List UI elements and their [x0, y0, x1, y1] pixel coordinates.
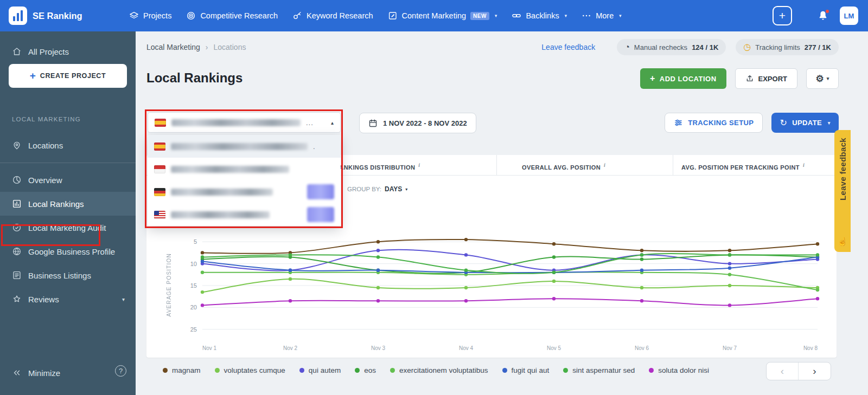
legend-label: qui autem — [309, 366, 341, 374]
legend-item[interactable]: fugit qui aut — [502, 366, 550, 374]
legend-dot-icon — [649, 368, 654, 373]
nav-label: Keyword Research — [307, 11, 373, 20]
svg-text:20: 20 — [190, 304, 197, 310]
info-icon: i — [803, 162, 805, 168]
svg-text:Nov 6: Nov 6 — [635, 345, 649, 351]
quick-add-button[interactable]: + — [773, 6, 792, 25]
leave-feedback-tab[interactable]: Leave feedback ☝ — [834, 130, 851, 252]
star-icon — [12, 294, 22, 304]
sidebar-section-title: LOCAL MARKETING — [12, 116, 81, 122]
gauge-icon — [12, 175, 22, 185]
usa-flag-icon — [154, 211, 165, 219]
nav-content-marketing[interactable]: Content Marketing NEW ▾ — [388, 11, 497, 21]
blurred-count-badge — [307, 207, 334, 222]
legend-item[interactable]: voluptates cumque — [215, 366, 285, 374]
controls-right: TRACKING SETUP ↻ UPDATE ▾ — [665, 113, 839, 133]
sidebar-item-all-projects[interactable]: All Projects — [0, 42, 136, 61]
date-range-picker[interactable]: 1 NOV 2022 - 8 NOV 2022 — [359, 113, 476, 133]
tab-avg-position-per-tracking-point[interactable]: AVG. POSITION PER TRACKING POINTi — [681, 155, 805, 176]
export-icon — [745, 74, 754, 83]
export-button[interactable]: EXPORT — [735, 68, 797, 89]
legend-label: sint aspernatur sed — [572, 366, 635, 374]
chevron-down-icon: ▾ — [827, 76, 829, 81]
sidebar-item-locations[interactable]: Locations — [0, 135, 136, 155]
ellipsis-icon — [582, 11, 591, 21]
group-by-value: DAYS — [385, 185, 402, 193]
sidebar-item-business-listings[interactable]: Business Listings — [0, 263, 136, 287]
blurred-count-badge — [307, 184, 334, 199]
legend-label: fugit qui aut — [512, 366, 550, 374]
location-option[interactable] — [148, 180, 341, 203]
pencil-square-icon — [388, 11, 398, 21]
globe-icon — [12, 247, 22, 256]
collapse-icon — [12, 368, 22, 378]
legend-dot-icon — [215, 368, 220, 373]
breadcrumb-item[interactable]: Locations — [214, 43, 246, 51]
group-by-control[interactable]: GROUP BY: DAYS ▾ — [347, 185, 407, 193]
add-location-button[interactable]: + ADD LOCATION — [640, 68, 726, 89]
brand-name: SE Ranking — [33, 11, 82, 21]
location-option[interactable] — [148, 203, 341, 226]
bell-icon — [817, 14, 829, 23]
sidebar-item-local-marketing-audit[interactable]: Local Marketing Audit — [0, 216, 136, 239]
notifications-button[interactable] — [817, 10, 829, 22]
location-option[interactable]: . — [148, 135, 341, 158]
tab-divider — [673, 155, 673, 176]
main-nav: Projects Competitive Research Keyword Re… — [129, 0, 622, 31]
create-project-label: CREATE PROJECT — [40, 72, 106, 80]
nav-label: Backlinks — [526, 11, 559, 20]
pager-next-button[interactable]: › — [799, 362, 831, 380]
new-badge: NEW — [470, 12, 489, 20]
tracking-limits-badge: ◷ Tracking limits 277 / 1K — [736, 39, 839, 55]
location-option[interactable] — [148, 158, 341, 180]
title-actions: + ADD LOCATION EXPORT ⚙ ▾ — [640, 68, 839, 89]
sidebar-item-label: Overview — [28, 176, 62, 185]
leave-feedback-link[interactable]: Leave feedback — [541, 43, 595, 51]
sidebar-item-overview[interactable]: Overview — [0, 168, 136, 192]
nav-label: Competitive Research — [200, 11, 278, 20]
link-icon — [512, 11, 521, 21]
legend-item[interactable]: soluta dolor nisi — [649, 366, 709, 374]
tab-rankings-distribution[interactable]: RANKINGS DISTRIBUTIONi — [335, 155, 420, 176]
page-title: Local Rankings — [146, 70, 242, 86]
chevron-down-icon: ▾ — [495, 13, 497, 18]
tab-overall-avg-position[interactable]: OVERALL AVG. POSITIONi — [522, 155, 605, 176]
sidebar-item-google-business-profile[interactable]: Google Business Profile — [0, 239, 136, 263]
svg-text:Nov 5: Nov 5 — [547, 345, 561, 351]
tracking-setup-button[interactable]: TRACKING SETUP — [665, 113, 763, 133]
breadcrumb-item[interactable]: Local Marketing — [146, 43, 200, 51]
plus-icon: + — [650, 74, 655, 83]
nav-keyword-research[interactable]: Keyword Research — [292, 11, 373, 21]
legend-item[interactable]: eos — [355, 366, 376, 374]
notification-dot — [825, 9, 829, 14]
legend-item[interactable]: sint aspernatur sed — [563, 366, 635, 374]
sidebar-item-local-rankings[interactable]: Local Rankings — [0, 192, 136, 216]
nav-projects[interactable]: Projects — [129, 11, 171, 21]
legend-pager: ‹ › — [766, 362, 831, 380]
user-avatar[interactable]: LM — [840, 7, 858, 25]
sidebar-item-label: Local Marketing Audit — [28, 223, 106, 232]
legend-item[interactable]: magnam — [163, 366, 201, 374]
svg-text:10: 10 — [190, 261, 197, 267]
location-dropdown-trigger[interactable]: ... ▴ — [148, 112, 341, 133]
tab-divider — [496, 155, 497, 176]
sliders-icon — [674, 118, 683, 127]
settings-button[interactable]: ⚙ ▾ — [806, 68, 839, 89]
manual-rechecks-badge: ◔ Manual rechecks 124 / 1K — [617, 39, 726, 55]
nav-backlinks[interactable]: Backlinks ▾ — [512, 11, 567, 21]
create-project-button[interactable]: + CREATE PROJECT — [9, 64, 127, 88]
sidebar-item-reviews[interactable]: Reviews ▾ — [0, 287, 136, 311]
app-logo[interactable]: SE Ranking — [9, 7, 82, 25]
help-button[interactable]: ? — [115, 365, 126, 377]
legend-item[interactable]: qui autem — [299, 366, 341, 374]
sidebar-menu: Overview Local Rankings Local Marketing … — [0, 168, 136, 311]
date-range-value: 1 NOV 2022 - 8 NOV 2022 — [383, 119, 467, 127]
nav-competitive-research[interactable]: Competitive Research — [186, 11, 278, 21]
pager-prev-button[interactable]: ‹ — [767, 362, 799, 380]
legend-item[interactable]: exercitationem voluptatibus — [390, 366, 488, 374]
gear-icon: ⚙ — [816, 73, 824, 85]
bar-chart-icon — [12, 199, 22, 209]
tracking-setup-label: TRACKING SETUP — [688, 119, 754, 127]
update-button[interactable]: ↻ UPDATE ▾ — [771, 113, 839, 133]
nav-more[interactable]: More ▾ — [582, 11, 622, 21]
